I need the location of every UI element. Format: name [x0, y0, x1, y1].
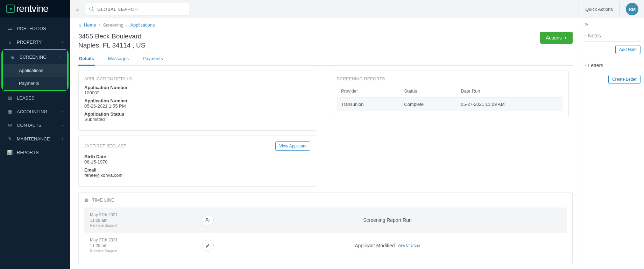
- timeline-row: May 27th 2021 11:29 am Rentvine Support …: [84, 208, 567, 233]
- card-title: APPLICATION DETAILS: [79, 71, 316, 85]
- chevron-right-icon: ›: [62, 137, 63, 141]
- view-applicant-button[interactable]: View Applicant: [275, 141, 310, 151]
- create-letter-button[interactable]: Create Letter: [608, 75, 641, 84]
- nav-contacts[interactable]: ✉CONTACTS ›: [0, 118, 70, 132]
- field-value: Submitted: [84, 117, 310, 122]
- brand-logo[interactable]: ▾ rentvine: [0, 0, 70, 17]
- content-scroll: ⌂ Home / Screening / Applications 3455 B…: [70, 18, 581, 269]
- svg-point-2: [206, 218, 208, 220]
- card-title: TIME LINE: [92, 197, 114, 203]
- brand-icon: ▾: [6, 5, 15, 13]
- chart-icon: 📊: [7, 150, 13, 155]
- table-header: Status: [400, 85, 457, 97]
- nav-label: PORTFOLIOS: [17, 26, 46, 31]
- actions-button[interactable]: Actions ▼: [540, 32, 573, 44]
- view-changes-link[interactable]: View Changes: [398, 243, 420, 247]
- table-header: Provider: [337, 85, 400, 97]
- user-check-icon: [202, 214, 214, 226]
- nav-label: LEASES: [17, 95, 35, 101]
- chevron-down-icon: ˅: [58, 55, 60, 59]
- field-label: Application Status: [84, 111, 310, 117]
- field-value: renee@kohva.com: [84, 173, 310, 178]
- tab-payments[interactable]: Payments: [142, 52, 164, 65]
- add-note-button[interactable]: Add Note: [615, 45, 641, 54]
- nav-label: SCREENING: [20, 54, 47, 60]
- nav-label: ACCOUNTING: [17, 109, 47, 114]
- field-label: Email: [84, 167, 310, 173]
- timeline-user: Rentvine Support: [90, 249, 202, 253]
- chevron-down-icon: ›: [583, 35, 587, 36]
- section-title: Letters: [588, 63, 603, 68]
- timeline-user: Rentvine Support: [90, 223, 202, 228]
- search-icon: ⊕: [10, 54, 15, 60]
- subnav-label: Payments: [19, 81, 39, 86]
- field-label: Application Number: [84, 98, 310, 103]
- page-title: 3455 Beck Boulevard Naples, FL 34114 , U…: [78, 32, 146, 50]
- letters-section-header[interactable]: › Letters: [585, 60, 641, 71]
- caret-down-icon: ▼: [564, 36, 567, 39]
- chevron-down-icon: ›: [583, 65, 587, 66]
- timeline-desc: Applicant Modified: [355, 243, 395, 248]
- section-title: Notes: [588, 33, 601, 38]
- nav-screening[interactable]: ⊕SCREENING ˅: [3, 50, 67, 64]
- main-area: ≡ Quick Actions RM ⌂ Home / Screening /: [70, 0, 644, 269]
- nav-reports[interactable]: 📊REPORTS: [0, 146, 70, 159]
- topbar: ≡ Quick Actions RM: [70, 0, 644, 18]
- nav-portfolios[interactable]: ▭PORTFOLIOS: [0, 22, 70, 35]
- quick-actions-link[interactable]: Quick Actions: [585, 7, 613, 12]
- main-nav: ▭PORTFOLIOS ⌂PROPERTY › ⊕SCREENING ˅ App…: [0, 22, 70, 159]
- nav-label: PROPERTY: [17, 39, 42, 45]
- card-title: SCREENING REPORTS: [331, 71, 568, 85]
- timeline-desc: Screening Report Run: [363, 217, 412, 223]
- search-input[interactable]: [97, 7, 186, 12]
- folder-icon: ▭: [7, 26, 13, 31]
- global-search[interactable]: [85, 3, 190, 15]
- field-value: 05-26-2021 1:55 PM: [84, 103, 310, 109]
- table-cell: Complete: [400, 97, 457, 111]
- tabs: Details Messages Payments: [78, 52, 573, 66]
- table-row[interactable]: Transunion Complete 05-27-2021 11:29 AM: [337, 97, 563, 111]
- screening-reports-card: SCREENING REPORTS Provider Status Date R…: [331, 71, 569, 117]
- home-icon: ⌂: [78, 22, 81, 28]
- expand-panel-icon[interactable]: »: [585, 21, 641, 27]
- breadcrumb-applications[interactable]: Applications: [130, 22, 155, 28]
- breadcrumb-screening: Screening: [103, 22, 123, 28]
- screening-group-highlight: ⊕SCREENING ˅ Applications Payments: [1, 49, 69, 91]
- tab-details[interactable]: Details: [78, 52, 95, 66]
- table-cell: Transunion: [337, 97, 400, 111]
- notes-section-header[interactable]: › Notes: [585, 30, 641, 42]
- subnav-label: Applications: [19, 68, 43, 73]
- timeline-time: 11:29 am: [90, 243, 202, 249]
- field-label: Application Number: [84, 85, 310, 90]
- nav-label: MAINTENANCE: [17, 136, 50, 141]
- chevron-right-icon: ›: [62, 123, 63, 127]
- nav-leases[interactable]: ▤LEASES: [0, 91, 70, 105]
- screening-reports-table: Provider Status Date Run Transunion Comp…: [337, 85, 563, 111]
- user-avatar[interactable]: RM: [626, 3, 638, 15]
- card-title: JACFIRST BECLAST: [84, 144, 126, 148]
- nav-label: CONTACTS: [17, 123, 42, 128]
- timeline-date: May 27th 2021: [90, 212, 202, 218]
- menu-toggle-icon[interactable]: ≡: [76, 6, 79, 13]
- nav-maintenance[interactable]: ✎MAINTENANCE ›: [0, 132, 70, 146]
- document-icon: ▤: [7, 95, 13, 101]
- subnav-payments[interactable]: Payments: [3, 77, 67, 90]
- chat-icon: ✉: [7, 123, 13, 128]
- nav-accounting[interactable]: ▦ACCOUNTING ›: [0, 105, 70, 118]
- chevron-right-icon: ›: [62, 40, 63, 44]
- tab-messages[interactable]: Messages: [107, 52, 129, 65]
- subnav-applications[interactable]: Applications: [3, 64, 67, 77]
- right-panel: » › Notes Add Note › Letters Create Lett…: [581, 18, 644, 269]
- breadcrumb: ⌂ Home / Screening / Applications: [78, 22, 573, 28]
- field-label: Birth Date: [84, 154, 310, 159]
- brand-name: rentvine: [16, 3, 48, 14]
- timeline-time: 11:29 am: [90, 218, 202, 224]
- nav-property[interactable]: ⌂PROPERTY ›: [0, 35, 70, 49]
- search-icon: [89, 6, 94, 12]
- calendar-icon: ▦: [84, 197, 89, 203]
- svg-point-0: [90, 7, 93, 10]
- timeline-row: May 27th 2021 11:29 am Rentvine Support …: [84, 233, 567, 258]
- application-details-card: APPLICATION DETAILS Application Number10…: [78, 71, 316, 131]
- breadcrumb-home[interactable]: Home: [84, 22, 96, 28]
- applicant-card: JACFIRST BECLAST View Applicant Birth Da…: [78, 136, 316, 187]
